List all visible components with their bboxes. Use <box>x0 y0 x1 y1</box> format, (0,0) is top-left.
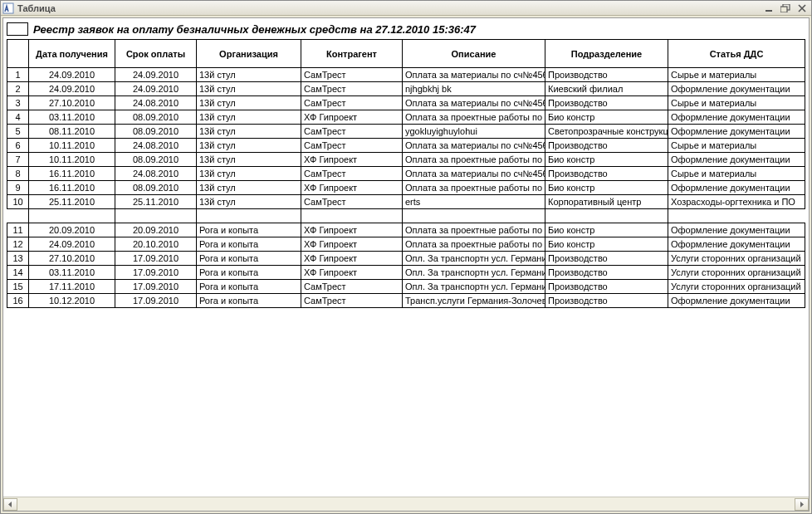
cell-description: Оплата за проектные работы по д <box>403 237 545 252</box>
table-row[interactable]: 1403.11.201017.09.2010Рога и копытаХФ Ги… <box>7 266 805 280</box>
cell-description: erts <box>403 195 545 209</box>
cell-date-received: 10.11.2010 <box>29 153 115 167</box>
cell-date-received: 03.11.2010 <box>29 266 115 280</box>
cell-date-received: 10.12.2010 <box>29 294 115 308</box>
table-row[interactable]: 816.11.201024.08.201013й стулСамТрестОпл… <box>7 167 805 181</box>
scroll-track[interactable] <box>17 498 795 511</box>
cell-organization: 13й стул <box>197 96 301 110</box>
cell-counterparty: ХФ Гипроект <box>301 110 403 125</box>
table-row[interactable]: 1025.11.201025.11.201013й стулСамТрестer… <box>7 195 805 209</box>
cell-due-date: 08.09.2010 <box>115 110 197 125</box>
cell-date-received: 20.09.2010 <box>29 223 115 237</box>
table-row[interactable]: 1517.11.201017.09.2010Рога и копытаСамТр… <box>7 280 805 294</box>
col-date-received: Дата получения <box>29 40 115 68</box>
num: 6 <box>7 139 29 153</box>
cell-department: Киевский филиал <box>545 82 668 96</box>
cell-due-date: 20.09.2010 <box>115 223 197 237</box>
close-button[interactable] <box>795 2 810 14</box>
cell-dds: Сырье и материалы <box>668 167 805 181</box>
group-separator <box>7 209 805 223</box>
table-row[interactable]: 710.11.201008.09.201013й стулХФ Гипроект… <box>7 153 805 167</box>
cell-organization: Рога и копыта <box>197 280 301 294</box>
restore-button[interactable] <box>778 2 793 14</box>
scroll-right-button[interactable] <box>795 498 809 511</box>
content-area: Реестр заявок на оплату безналичных дене… <box>2 17 810 512</box>
table-row[interactable]: 1327.10.201017.09.2010Рога и копытаХФ Ги… <box>7 252 805 266</box>
table-row[interactable]: 1610.12.201017.09.2010Рога и копытаСамТр… <box>7 294 805 308</box>
cell-due-date: 24.08.2010 <box>115 96 197 110</box>
cell-date-received: 25.11.2010 <box>29 195 115 209</box>
cell-dds: Оформление документации <box>668 294 805 308</box>
scroll-left-button[interactable] <box>3 498 17 511</box>
cell-description: Оплата за проектные работы по д <box>403 181 545 195</box>
num: 7 <box>7 153 29 167</box>
num: 10 <box>7 195 29 209</box>
cell-date-received: 24.09.2010 <box>29 68 115 82</box>
cell-due-date: 17.09.2010 <box>115 294 197 308</box>
cell-date-received: 16.11.2010 <box>29 181 115 195</box>
cell-dds: Оформление документации <box>668 223 805 237</box>
cell-dds: Оформление документации <box>668 82 805 96</box>
cell-department: Био констр <box>545 153 668 167</box>
table-row[interactable]: 327.10.201024.08.201013й стулСамТрестОпл… <box>7 96 805 110</box>
svg-rect-0 <box>3 3 13 13</box>
cell-description: Трансп.услуги Германия-Золочев <box>403 294 545 308</box>
col-num <box>7 40 29 68</box>
num: 12 <box>7 237 29 252</box>
cell-organization: 13й стул <box>197 181 301 195</box>
cell-dds: Оформление документации <box>668 110 805 125</box>
cell-date-received: 17.11.2010 <box>29 280 115 294</box>
cell-dds: Оформление документации <box>668 153 805 167</box>
table-row[interactable]: 610.11.201024.08.201013й стулСамТрестОпл… <box>7 139 805 153</box>
cell-counterparty: ХФ Гипроект <box>301 252 403 266</box>
cell-description: Оплата за проектные работы по д <box>403 223 545 237</box>
header-stub-box <box>7 22 28 36</box>
table-row[interactable]: 916.11.201008.09.201013й стулХФ Гипроект… <box>7 181 805 195</box>
cell-date-received: 03.11.2010 <box>29 110 115 125</box>
data-table: Дата получения Срок оплаты Организация К… <box>7 39 805 308</box>
cell-date-received: 27.10.2010 <box>29 252 115 266</box>
table-row[interactable]: 1120.09.201020.09.2010Рога и копытаХФ Ги… <box>7 223 805 237</box>
cell-due-date: 24.09.2010 <box>115 82 197 96</box>
cell-organization: Рога и копыта <box>197 266 301 280</box>
table-row[interactable]: 508.11.201008.09.201013й стулСамТрестygo… <box>7 125 805 139</box>
cell-organization: Рога и копыта <box>197 237 301 252</box>
cell-department: Производство <box>545 280 668 294</box>
cell-description: Опл. За транспортн усл. Германи <box>403 280 545 294</box>
cell-counterparty: ХФ Гипроект <box>301 181 403 195</box>
report-title: Реестр заявок на оплату безналичных дене… <box>33 23 476 36</box>
cell-due-date: 24.08.2010 <box>115 139 197 153</box>
cell-description: Опл. За транспортн усл. Германи <box>403 266 545 280</box>
cell-due-date: 20.10.2010 <box>115 237 197 252</box>
table-row[interactable]: 224.09.201024.09.201013й стулСамТрестnjh… <box>7 82 805 96</box>
cell-dds: Услуги сторонних организаций <box>668 252 805 266</box>
cell-date-received: 08.11.2010 <box>29 125 115 139</box>
cell-organization: 13й стул <box>197 167 301 181</box>
cell-due-date: 24.09.2010 <box>115 68 197 82</box>
cell-description: ygokluyighuylohui <box>403 125 545 139</box>
report-header: Реестр заявок на оплату безналичных дене… <box>3 18 809 39</box>
minimize-button[interactable] <box>761 2 776 14</box>
cell-counterparty: СамТрест <box>301 195 403 209</box>
cell-due-date: 17.09.2010 <box>115 280 197 294</box>
cell-due-date: 25.11.2010 <box>115 195 197 209</box>
table-row[interactable]: 403.11.201008.09.201013й стулХФ Гипроект… <box>7 110 805 125</box>
cell-counterparty: СамТрест <box>301 294 403 308</box>
horizontal-scrollbar[interactable] <box>3 497 809 511</box>
cell-date-received: 24.09.2010 <box>29 237 115 252</box>
cell-due-date: 17.09.2010 <box>115 252 197 266</box>
cell-description: njhgbkhj bk <box>403 82 545 96</box>
table-container: Дата получения Срок оплаты Организация К… <box>3 39 809 497</box>
col-department: Подразделение <box>545 40 668 68</box>
cell-organization: 13й стул <box>197 139 301 153</box>
cell-dds: Хозрасходы-оргтехника и ПО <box>668 195 805 209</box>
table-row[interactable]: 1224.09.201020.10.2010Рога и копытаХФ Ги… <box>7 237 805 252</box>
cell-description: Опл. За транспортн усл. Германи <box>403 252 545 266</box>
cell-counterparty: СамТрест <box>301 96 403 110</box>
cell-department: Био констр <box>545 237 668 252</box>
table-row[interactable]: 124.09.201024.09.201013й стулСамТрестОпл… <box>7 68 805 82</box>
col-due-date: Срок оплаты <box>115 40 197 68</box>
cell-department: Корпоративный центр <box>545 195 668 209</box>
cell-organization: 13й стул <box>197 82 301 96</box>
cell-counterparty: СамТрест <box>301 167 403 181</box>
